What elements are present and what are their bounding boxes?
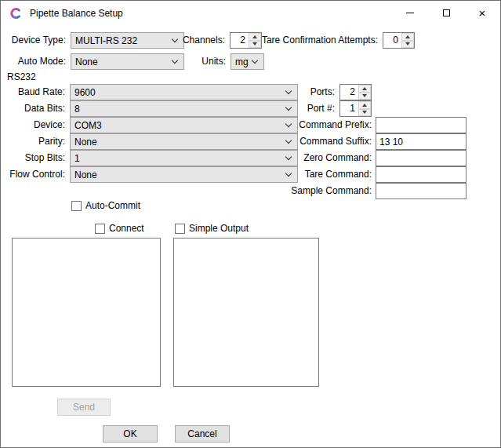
ports-up-button[interactable] (358, 85, 371, 93)
parity-value: None (74, 137, 97, 148)
device-type-value: MULTI-RS 232 (75, 35, 137, 46)
command-suffix-input[interactable] (376, 133, 467, 150)
flow-control-value: None (74, 169, 97, 180)
stop-bits-value: 1 (74, 153, 80, 164)
port-number-stepper[interactable]: 1 (339, 100, 372, 117)
auto-commit-label: Auto-Commit (85, 200, 140, 211)
arrow-up-icon (405, 35, 410, 38)
auto-mode-value: None (75, 56, 98, 67)
stop-bits-combobox[interactable]: 1 (70, 150, 298, 166)
sample-command-label: Sample Command: (267, 183, 374, 199)
title-bar: Pipette Balance Setup × (1, 1, 500, 25)
arrow-down-icon (405, 42, 410, 46)
port-number-up-button[interactable] (358, 101, 371, 109)
flow-control-label: Flow Control: (1, 166, 67, 183)
arrow-up-icon (362, 104, 367, 107)
simple-output-checkbox[interactable]: Simple Output (175, 222, 249, 235)
arrow-up-icon (252, 35, 257, 38)
tare-command-input[interactable] (376, 166, 467, 183)
units-combobox[interactable]: mg (231, 53, 264, 70)
ports-stepper[interactable]: 2 (339, 84, 372, 100)
arrow-up-icon (362, 87, 367, 90)
checkbox-icon (175, 224, 185, 234)
units-value: mg (235, 56, 249, 67)
data-bits-combobox[interactable]: 8 (70, 100, 298, 117)
port-number-label: Port #: (267, 100, 337, 117)
ports-down-button[interactable] (358, 93, 371, 100)
ports-label: Ports: (267, 84, 337, 100)
port-number-value: 1 (340, 101, 358, 116)
app-logo-icon (9, 7, 22, 20)
auto-mode-label: Auto Mode: (1, 53, 68, 70)
close-button[interactable]: × (464, 1, 500, 25)
device-label: Device: (1, 117, 67, 133)
tare-attempts-down-button[interactable] (401, 41, 414, 49)
zero-command-input[interactable] (376, 150, 467, 166)
device-type-combobox[interactable]: MULTI-RS 232 (71, 32, 184, 49)
maximize-icon (443, 9, 450, 16)
chevron-down-icon (172, 57, 178, 64)
device-combobox[interactable]: COM3 (70, 117, 298, 133)
ports-value: 2 (340, 85, 358, 100)
arrow-down-icon (362, 94, 367, 97)
tare-confirmation-attempts-label: Tare Confirmation Attempts: (260, 32, 380, 49)
device-value: COM3 (74, 120, 102, 131)
baud-rate-value: 9600 (74, 87, 96, 98)
maximize-button[interactable] (428, 1, 464, 25)
minimize-button[interactable] (392, 1, 428, 25)
baud-rate-combobox[interactable]: 9600 (70, 84, 298, 100)
tare-confirmation-attempts-stepper[interactable]: 0 (383, 32, 415, 49)
tare-attempts-up-button[interactable] (401, 33, 414, 41)
device-type-label: Device Type: (1, 32, 68, 49)
parity-label: Parity: (1, 133, 67, 150)
data-bits-label: Data Bits: (1, 100, 67, 117)
port-number-down-button[interactable] (358, 109, 371, 117)
minimize-icon (406, 13, 414, 13)
checkbox-icon (71, 201, 82, 211)
pipette-balance-setup-dialog: Pipette Balance Setup × Device Type: MUL… (0, 0, 501, 448)
baud-rate-label: Baud Rate: (1, 84, 67, 100)
channels-stepper[interactable]: 2 (230, 32, 262, 49)
data-bits-value: 8 (74, 104, 80, 115)
command-prefix-input[interactable] (376, 117, 467, 133)
zero-command-label: Zero Command: (267, 150, 374, 166)
channels-label: Channels: (173, 32, 227, 49)
connect-checkbox[interactable]: Connect (95, 222, 144, 235)
command-suffix-label: Command Suffix: (267, 133, 374, 150)
simple-output-label: Simple Output (189, 223, 249, 234)
arrow-down-icon (252, 42, 257, 46)
command-prefix-label: Command Prefix: (267, 117, 374, 133)
arrow-down-icon (362, 111, 367, 114)
ok-button[interactable]: OK (103, 425, 158, 443)
flow-control-combobox[interactable]: None (70, 166, 298, 183)
sample-command-input[interactable] (376, 183, 467, 199)
parity-combobox[interactable]: None (70, 133, 298, 150)
window-title: Pipette Balance Setup (30, 8, 123, 19)
auto-commit-checkbox[interactable]: Auto-Commit (71, 199, 140, 212)
stop-bits-label: Stop Bits: (1, 150, 67, 166)
tare-confirmation-attempts-value: 0 (383, 33, 401, 48)
close-icon: × (479, 7, 486, 19)
send-button[interactable]: Send (57, 399, 111, 416)
connect-label: Connect (109, 223, 144, 234)
chevron-down-icon (252, 57, 258, 64)
tare-command-label: Tare Command: (267, 166, 374, 183)
simple-output-listbox[interactable] (173, 238, 319, 387)
checkbox-icon (95, 224, 105, 234)
cancel-button[interactable]: Cancel (175, 425, 230, 443)
rs232-group-label: RS232 (7, 71, 36, 82)
connect-output-listbox[interactable] (12, 238, 161, 387)
auto-mode-combobox[interactable]: None (71, 53, 184, 70)
units-label: Units: (189, 53, 228, 70)
channels-value: 2 (231, 33, 249, 48)
